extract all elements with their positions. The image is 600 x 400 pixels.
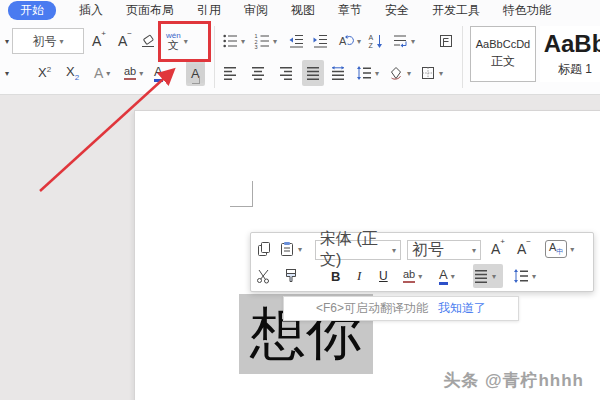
paste-button[interactable]: ▾ [279,237,302,261]
justify-icon [473,268,489,284]
chevron-down-icon: ▾ [570,245,574,254]
underline-button[interactable]: U [379,264,388,288]
font-size-value: 初号 [32,33,56,50]
mini-align-button[interactable]: ▾ [473,264,503,288]
mini-font-name-combo[interactable]: 宋体 (正文) ▾ [315,240,401,260]
style-preview: AaBb [544,30,600,58]
translate-tool-button[interactable]: A中 ▾ [545,237,574,261]
tab-references[interactable]: 引用 [197,2,221,19]
bold-button[interactable]: B [331,264,340,288]
copy-button[interactable] [256,237,272,261]
tab-view[interactable]: 视图 [291,2,315,19]
font-group-dialog-launcher[interactable] [192,76,200,84]
tab-page-layout[interactable]: 页面布局 [126,2,174,19]
increase-indent-button[interactable] [312,28,328,54]
tab-section[interactable]: 章节 [338,2,362,19]
distribute-icon [330,65,346,81]
tab-security[interactable]: 安全 [385,2,409,19]
mini-highlight-button[interactable]: ab ▾ [403,264,422,288]
align-center-icon [250,65,266,81]
chevron-down-icon: ▾ [298,245,302,254]
decrease-indent-button[interactable] [288,28,304,54]
numbered-list-icon [254,33,270,49]
style-label: 标题 1 [558,61,592,78]
bullet-list-icon [222,33,238,49]
italic-button[interactable]: I [357,264,361,288]
text-direction-icon [338,33,354,49]
mini-line-spacing-button[interactable]: ▾ [513,264,536,288]
chevron-down-icon: ▾ [273,37,277,46]
mini-font-color-button[interactable]: A ▾ [439,264,455,288]
mini-shrink-font-button[interactable]: A− [517,237,531,261]
tab-special-features[interactable]: 特色功能 [503,2,551,19]
paragraph-marks-icon [392,33,408,49]
frame-button[interactable] [438,28,454,54]
sort-button[interactable] [368,28,384,54]
grow-font-button[interactable]: A+ [92,28,106,54]
chevron-down-icon: ▾ [439,69,443,78]
distribute-button[interactable] [330,60,346,86]
translate-tooltip: <F6>可启动翻译功能 我知道了 [283,296,519,321]
format-painter-button[interactable] [283,264,299,288]
chevron-down-icon: ▾ [375,69,379,78]
chevron-down-icon: ▾ [241,37,245,46]
annotation-red-box [158,21,211,62]
font-name-combo-cut[interactable]: ▾ [5,28,9,54]
style-item-heading1[interactable]: AaBb 标题 1 [540,26,600,82]
borders-icon [420,65,436,81]
align-right-icon [278,65,294,81]
justify-button[interactable] [302,60,324,86]
font-size-value: 初号 [412,240,444,261]
subscript-button[interactable]: X2 [66,60,79,86]
floating-mini-toolbar: ▾ 宋体 (正文) ▾ 初号 ▾ A+ A− A中 ▾ B [250,232,594,292]
borders-button[interactable]: ▾ [420,60,443,86]
tooltip-confirm-link[interactable]: 我知道了 [438,300,486,317]
watermark-text: 头条 @青柠hhhh [443,369,584,392]
mini-font-size-combo[interactable]: 初号 ▾ [407,240,481,260]
ribbon: ▾ 初号 ▾ A+ A− wén 文 ▾ ▾ X2 X2 A [0,20,600,95]
shading-button[interactable]: ▾ [388,60,411,86]
tab-insert[interactable]: 插入 [79,2,103,19]
line-spacing-icon [513,268,529,284]
tab-home[interactable]: 开始 [8,1,56,20]
chevron-down-icon: ▾ [392,246,396,255]
scissors-icon [256,268,272,284]
chevron-down-icon: ▾ [451,272,455,281]
style-item-body-text[interactable]: AaBbCcDd 正文 [470,26,536,82]
text-effects-button[interactable]: A ▾ [94,60,110,86]
tooltip-hint: <F6>可启动翻译功能 [316,300,428,317]
tab-developer-tools[interactable]: 开发工具 [432,2,480,19]
align-left-button[interactable] [222,60,238,86]
mini-grow-font-button[interactable]: A+ [491,237,505,261]
show-marks-button[interactable]: ▾ [392,28,415,54]
clear-format-button[interactable] [140,28,156,54]
outdent-icon [288,33,304,49]
eraser-icon [140,33,156,49]
shrink-font-button[interactable]: A− [118,28,132,54]
frame-icon [438,33,454,49]
chevron-down-icon: ▾ [532,272,536,281]
row2-cut-dropdown[interactable]: ▾ [5,60,9,86]
align-center-button[interactable] [250,60,266,86]
copy-icon [256,241,272,257]
line-spacing-button[interactable]: ▾ [356,60,379,86]
highlight-color-button[interactable]: ab ▾ [124,60,143,86]
chevron-down-icon: ▾ [166,69,170,78]
style-label: 正文 [491,53,515,70]
superscript-button[interactable]: X2 [38,60,51,86]
tab-review[interactable]: 审阅 [244,2,268,19]
bullets-button[interactable]: ▾ [222,28,245,54]
shading-icon [388,65,404,81]
app-window: 开始 插入 页面布局 引用 审阅 视图 章节 安全 开发工具 特色功能 ▾ 初号… [0,0,600,400]
align-left-icon [222,65,238,81]
text-direction-button[interactable]: ▾ [338,28,361,54]
numbering-button[interactable]: ▾ [254,28,277,54]
cut-button[interactable] [256,264,272,288]
font-color-button[interactable]: A ▾ [154,60,170,86]
align-right-button[interactable] [278,60,294,86]
chevron-down-icon: ▾ [59,37,63,46]
font-size-combo[interactable]: 初号 ▾ [12,28,84,54]
chevron-down-icon: ▾ [407,69,411,78]
margin-corner-mark [230,181,253,207]
paste-icon [279,241,295,257]
